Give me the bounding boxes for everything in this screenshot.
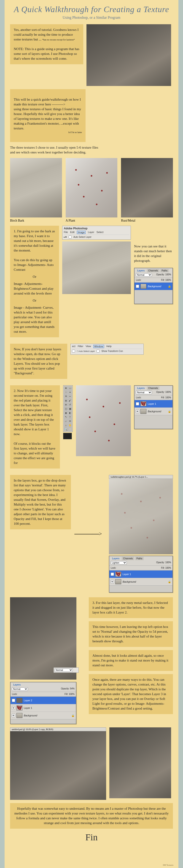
- bg-row4[interactable]: 👁 Background 🔒: [10, 712, 76, 719]
- blend-mode-select[interactable]: Normal: [136, 273, 152, 277]
- layer-background[interactable]: 👁 Background 🔒: [134, 282, 173, 290]
- paths-tab[interactable]: Paths: [160, 269, 169, 272]
- menu-file[interactable]: File: [64, 231, 68, 234]
- ps-title: Adobe Photoshop: [64, 227, 129, 230]
- step3-box-a: 3. For this last layer, the rusty metal …: [89, 597, 173, 618]
- tool-lasso[interactable]: ⌇: [64, 390, 68, 394]
- eye-icon[interactable]: 👁: [136, 285, 139, 288]
- layers-tab[interactable]: Layers: [136, 269, 146, 272]
- plant-layer-image: [76, 385, 131, 456]
- blend-select-normal-54[interactable]: Normal: [55, 669, 73, 672]
- lock-icon: 🔒: [168, 285, 171, 288]
- tool-stamp[interactable]: ⊕: [64, 403, 68, 406]
- auto-select-label: Auto Select Layer: [73, 236, 92, 238]
- step3-box-d: Once again, there are many ways to do th…: [89, 674, 173, 714]
- channels-tab[interactable]: Channels: [147, 269, 159, 272]
- final-doc-title: untitled.psd @ 16.6% (Layer 2 copy, RGB/…: [10, 727, 106, 731]
- thumb3a: [115, 572, 121, 577]
- blend-select-lighten[interactable]: Lighten: [111, 561, 127, 564]
- channels-tab2[interactable]: Channels: [147, 386, 159, 390]
- step1-row: 1. I'm going to use the bark as my base.…: [10, 226, 173, 340]
- opacity2: Opacity: 100%: [156, 391, 171, 394]
- eye-icon-l1[interactable]: 👁: [136, 402, 139, 405]
- layer1-row4[interactable]: 👁 Layer 1: [10, 704, 76, 712]
- eye3b[interactable]: 👁: [111, 580, 114, 583]
- tool-slice[interactable]: ✂: [68, 395, 72, 398]
- tool-blur[interactable]: ◉: [64, 411, 68, 414]
- menu-image[interactable]: Image: [77, 231, 86, 234]
- move-tool-icon[interactable]: ▸✥: [64, 236, 67, 238]
- menu-layer[interactable]: Layer: [88, 231, 94, 234]
- eye4a[interactable]: 👁: [12, 699, 15, 702]
- tool-wand[interactable]: ✦: [68, 390, 72, 394]
- tool-brush[interactable]: 🖌: [68, 399, 72, 402]
- step3-result-image: Normal: [10, 597, 77, 680]
- closing-box: Hopefully that was somewhat easy to unde…: [10, 803, 173, 829]
- layers-panel-lighten: Layers Channels Paths Lighten Opacity: 1…: [109, 556, 173, 593]
- tool-heal[interactable]: ◍: [64, 399, 68, 402]
- menu-view[interactable]: View: [86, 345, 91, 348]
- color-swatch[interactable]: [63, 433, 72, 439]
- lighten-result-image: [109, 479, 173, 554]
- layer2-row[interactable]: 👁 Layer 2: [10, 696, 76, 704]
- window-menu: ect Filter View Window Help □ Auto Selec…: [70, 344, 144, 355]
- tool-marquee[interactable]: ▭: [68, 386, 72, 390]
- tool-path[interactable]: ✎: [64, 415, 68, 419]
- auto-select-checkbox[interactable]: [69, 236, 71, 239]
- blend-box: In the layers box, go to the drop down l…: [10, 475, 71, 529]
- panel-tail: [134, 290, 173, 304]
- tool-dodge[interactable]: ◐: [68, 411, 72, 414]
- tool-type[interactable]: T: [68, 415, 72, 419]
- result-texture-image: [87, 24, 171, 86]
- step3-b: This time however, I am leaving the top …: [92, 625, 168, 643]
- layer1-row3[interactable]: 👁 Layer 1: [109, 570, 173, 578]
- blend-select-4[interactable]: Normal: [12, 687, 28, 691]
- menu-ect[interactable]: ect: [72, 345, 75, 348]
- layers-tab3[interactable]: Layers: [111, 557, 121, 560]
- fill-label: Fill: 100%: [161, 279, 171, 281]
- layers-tab4[interactable]: Layers: [12, 683, 22, 686]
- overlay-hint: [109, 479, 173, 554]
- menu-select[interactable]: Select: [96, 231, 103, 234]
- tool-zoom[interactable]: 🔍: [64, 427, 68, 431]
- eye4c[interactable]: 👁: [12, 714, 15, 717]
- final-window-image: [10, 731, 106, 800]
- bg-row3[interactable]: 👁 Background 🔒: [109, 578, 173, 585]
- blend-select-2[interactable]: Normal: [136, 391, 152, 394]
- menu-help[interactable]: Help: [106, 345, 112, 348]
- transform-cb[interactable]: [96, 350, 99, 352]
- tool-shape[interactable]: ▱: [64, 419, 68, 423]
- tool-history[interactable]: ↺: [68, 403, 72, 406]
- layer-1-row[interactable]: 👁 Layer 1: [134, 400, 173, 407]
- thumb-bg2: [141, 409, 146, 414]
- tool-hand[interactable]: ✋: [68, 423, 72, 427]
- channels-tab3[interactable]: Channels: [122, 557, 134, 560]
- lock4: Lock:: [12, 693, 18, 695]
- menu-window[interactable]: Window: [93, 345, 104, 348]
- page-title: A Quick Walkthrough for Creating a Textu…: [10, 5, 173, 14]
- menu-edit[interactable]: Edit: [70, 231, 74, 234]
- arrow-icon: ------------------>: [74, 531, 101, 537]
- menu-filter[interactable]: Filter: [78, 345, 83, 348]
- eye3a[interactable]: 👁: [111, 572, 114, 576]
- tool-grad[interactable]: ▦: [68, 407, 72, 410]
- tool-move[interactable]: ✥: [64, 386, 68, 390]
- intro-box: Yes, another sort-of tutorial. Goodness …: [10, 24, 83, 64]
- auto-select-cb2[interactable]: [72, 350, 75, 352]
- tool-eraser[interactable]: ◫: [64, 407, 68, 410]
- step1-side: Now you can see that it stands out much …: [134, 244, 173, 263]
- paths-tab3[interactable]: Paths: [135, 557, 144, 560]
- eye4b[interactable]: 👁: [12, 706, 15, 710]
- tool-notes[interactable]: ✉: [68, 419, 72, 423]
- layers-tab2[interactable]: Layers: [136, 386, 146, 390]
- step1-or1: Or: [14, 274, 55, 279]
- eye-icon-bg2[interactable]: 👁: [136, 410, 139, 413]
- tool-crop[interactable]: ⧉: [64, 395, 68, 398]
- step3-box-c: Almost done, but it looks almost dull ag…: [89, 650, 173, 671]
- closing-text: Hopefully that was somewhat easy to unde…: [14, 806, 169, 826]
- layer-bg-row2[interactable]: 👁 Background 🔒: [134, 407, 173, 415]
- tool-eyedrop[interactable]: ⤓: [64, 423, 68, 427]
- fill4: Fill: 100%: [64, 693, 74, 695]
- page: A Quick Walkthrough for Creating a Textu…: [5, 0, 178, 868]
- transform-label: Show Transform Con: [101, 350, 123, 352]
